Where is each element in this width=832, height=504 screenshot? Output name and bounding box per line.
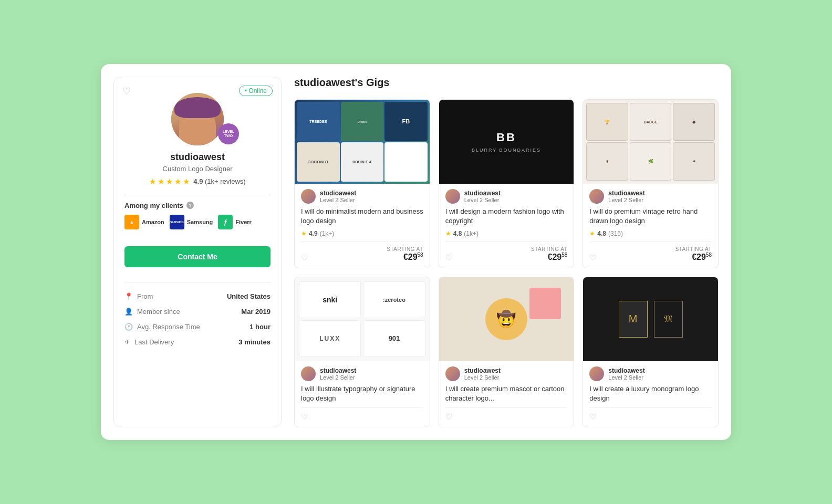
profile-username: studioawest [124,152,271,163]
gig-star-3: ★ [589,230,595,237]
seller-name-4: studioawest [320,367,356,374]
gig-rating-1: ★ 4.9 (1k+) [301,230,423,237]
gig-price-area-1: STARTING AT €2958 [387,246,423,262]
seller-level-5: Level 2 Seller [464,374,501,381]
gig-thumbnail-2: BB BLURRY BOUNDARIES [439,100,574,184]
gig-footer-4: ♡ [301,407,423,422]
seller-name-5: studioawest [464,367,501,374]
gig-footer-1: ♡ STARTING AT €2958 [301,242,423,262]
seller-info-1: studioawest Level 2 Seller [320,190,356,203]
seller-level-4: Level 2 Seller [320,374,356,381]
info-last-delivery: ✈ Last Delivery 3 minutes [124,334,271,350]
gig-reviews-3: (315) [608,230,623,237]
gig-rating-3: ★ 4.8 (315) [589,230,712,237]
gig-rating-value-3: 4.8 [597,230,606,237]
seller-row-1: studioawest Level 2 Seller [301,189,423,204]
gig-star-1: ★ [301,230,307,237]
seller-row-5: studioawest Level 2 Seller [445,366,568,381]
gigs-grid: TREEDEE pmrn FB COCONUT DOUBLE A studioa… [294,99,719,427]
contact-button[interactable]: Contact Me [124,246,271,267]
avatar-area: LEVEL TWO [124,93,271,145]
seller-row-6: studioawest Level 2 Seller [589,366,712,381]
client-samsung: SAMSUNG Samsung [170,215,213,229]
location-icon: 📍 [124,292,133,300]
gig-card-6[interactable]: M 𝔐 studioawest Level 2 Seller [583,277,719,427]
clients-label: Among my clients ? [124,202,271,209]
gig-body-5: studioawest Level 2 Seller I will create… [439,361,574,427]
clock-icon: 🕐 [124,323,133,331]
seller-info-6: studioawest Level 2 Seller [608,367,644,381]
rating-value: 4.9 (1k+ reviews) [193,177,245,185]
seller-name-1: studioawest [320,190,356,197]
divider-1 [124,195,271,195]
fiverr-icon: ƒ [218,215,233,229]
gig-thumbnail-3: 🏆 BADGE ◆ ⚜ 🌿 ✦ [583,100,718,184]
gig-heart-5[interactable]: ♡ [445,412,452,422]
profile-title: Custom Logo Designer [124,165,271,173]
gig-body-3: studioawest Level 2 Seller I will do pre… [583,184,718,268]
info-response-time: 🕐 Avg. Response Time 1 hour [124,319,271,334]
gig-title-1: I will do minimalist modern and business… [301,207,423,226]
gig-body-1: studioawest Level 2 Seller I will do min… [295,184,430,268]
gig-title-3: I will do premium vintage retro hand dra… [589,207,712,226]
info-member-since: 👤 Member since Mar 2019 [124,304,271,319]
gig-heart-3[interactable]: ♡ [589,253,596,262]
seller-info-2: studioawest Level 2 Seller [464,190,501,203]
gig-title-6: I will create a luxury monogram logo des… [589,384,712,403]
gig-card-3[interactable]: 🏆 BADGE ◆ ⚜ 🌿 ✦ studioawest Level 2 Sell… [583,99,719,268]
gig-card-4[interactable]: snki :zeroteo LUXX 901 studioawest Level… [294,277,430,427]
star-4: ★ [174,177,181,186]
person-icon: 👤 [124,308,133,316]
seller-level-6: Level 2 Seller [608,374,644,381]
gig-footer-2: ♡ STARTING AT €2958 [445,242,568,262]
level-badge: LEVEL TWO [218,123,239,144]
seller-level-1: Level 2 Seller [320,197,356,203]
seller-avatar-5 [445,366,460,381]
gig-price-area-3: STARTING AT €2958 [675,246,712,262]
seller-name-6: studioawest [608,367,644,374]
client-logos: ▲ Amazon SAMSUNG Samsung ƒ Fiverr [124,215,271,229]
gig-rating-value-2: 4.8 [453,230,462,237]
gigs-panel: studioawest's Gigs TREEDEE pmrn FB COCON… [294,77,719,427]
client-fiverr: ƒ Fiverr [218,215,252,229]
seller-info-5: studioawest Level 2 Seller [464,367,501,381]
gig-body-6: studioawest Level 2 Seller I will create… [583,361,718,427]
gig-star-2: ★ [445,230,451,237]
gig-thumbnail-6: M 𝔐 [583,277,718,361]
star-half: ★ [183,177,190,186]
gig-heart-1[interactable]: ♡ [301,253,308,262]
seller-avatar-3 [589,189,604,204]
gig-thumbnail-1: TREEDEE pmrn FB COCONUT DOUBLE A [295,100,430,184]
monogram-card-2: 𝔐 [654,301,683,338]
star-2: ★ [158,177,164,186]
gig-price-area-2: STARTING AT €2958 [531,246,567,262]
info-from: 📍 From United States [124,289,271,304]
pink-square [529,288,561,319]
main-container: ♡ • Online LEVEL TWO studioawest Custom … [101,64,731,440]
gig-heart-2[interactable]: ♡ [445,253,452,262]
gig-thumbnail-4: snki :zeroteo LUXX 901 [295,277,430,361]
gig-card-5[interactable]: 🤠 studioawest Level 2 Seller I will crea… [439,277,575,427]
gig-heart-4[interactable]: ♡ [301,412,308,422]
gig-title-2: I will design a modern fashion logo with… [445,207,568,226]
seller-info-3: studioawest Level 2 Seller [608,190,644,203]
profile-panel: ♡ • Online LEVEL TWO studioawest Custom … [113,77,282,427]
gig-heart-6[interactable]: ♡ [589,412,596,422]
seller-level-2: Level 2 Seller [464,197,501,203]
help-icon[interactable]: ? [186,202,194,209]
seller-row-2: studioawest Level 2 Seller [445,189,568,204]
seller-avatar-1 [301,189,316,204]
gig-body-4: studioawest Level 2 Seller I will illust… [295,361,430,427]
gig-card-2[interactable]: BB BLURRY BOUNDARIES studioawest Level 2… [439,99,575,268]
gig-footer-3: ♡ STARTING AT €2958 [589,242,712,262]
seller-row-4: studioawest Level 2 Seller [301,366,423,381]
gig-footer-6: ♡ [589,407,712,422]
gig-footer-5: ♡ [445,407,568,422]
gig-reviews-2: (1k+) [464,230,479,237]
star-3: ★ [166,177,173,186]
gig-card-1[interactable]: TREEDEE pmrn FB COCONUT DOUBLE A studioa… [294,99,430,268]
send-icon: ✈ [124,338,130,346]
seller-avatar-4 [301,366,316,381]
seller-name-2: studioawest [464,190,501,197]
blurry-logo: BB [496,131,516,144]
